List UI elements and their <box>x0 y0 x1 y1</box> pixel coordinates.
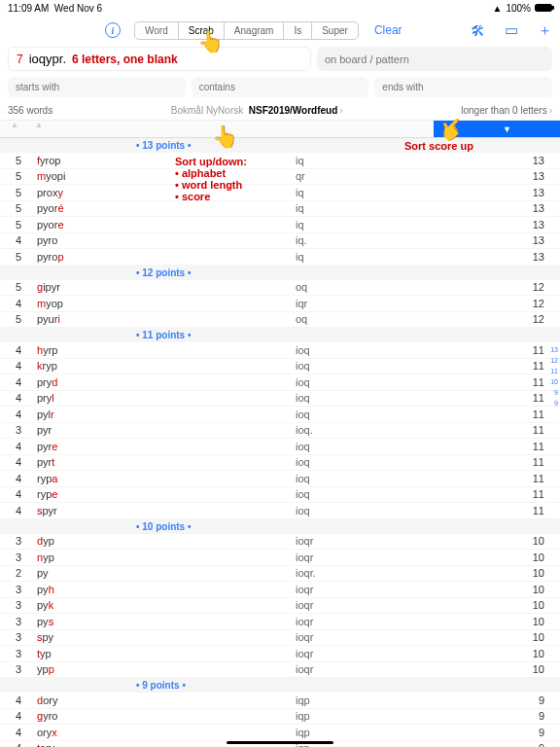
remaining-letters: ioq <box>292 409 492 420</box>
word-score: 9 <box>492 742 560 747</box>
sort-col-alpha[interactable]: ▲ <box>29 121 307 137</box>
word-length: 4 <box>0 298 29 309</box>
word-length: 3 <box>0 424 29 436</box>
lang-selector[interactable]: Bokmål NyNorsk <box>171 105 243 116</box>
result-row[interactable]: 4pylrioq11 <box>0 407 560 423</box>
result-row[interactable]: 5pyoreiq13 <box>0 217 560 233</box>
wifi-icon: ▲ <box>493 3 503 14</box>
result-row[interactable]: 5pyurioq12 <box>0 312 560 329</box>
rack-hint: 6 letters, one blank <box>72 53 178 66</box>
result-row[interactable]: 5gipyroq12 <box>0 280 560 297</box>
result-row[interactable]: 3pyhioqr10 <box>0 582 560 598</box>
side-index[interactable]: 1312111099 <box>550 344 558 409</box>
sort-header[interactable]: ▲ ▲ ▼ <box>0 121 560 138</box>
board-pattern-input[interactable] <box>317 47 552 71</box>
seg-anagram[interactable]: Anagram <box>225 22 285 39</box>
result-row[interactable]: 4pyroiq.13 <box>0 233 560 250</box>
word-text: hyrp <box>29 344 292 356</box>
word-length: 3 <box>0 631 29 643</box>
word-text: myopi <box>29 170 292 182</box>
result-row[interactable]: 4hyrpioq11 <box>0 342 560 359</box>
remaining-letters: ioq <box>292 505 492 516</box>
remaining-letters: ioq. <box>292 424 492 436</box>
result-row[interactable]: 3pykioqr10 <box>0 598 560 615</box>
word-score: 11 <box>492 441 560 452</box>
contains-input[interactable] <box>192 77 369 97</box>
ends-with-input[interactable] <box>374 77 552 97</box>
word-text: pyre <box>29 441 292 452</box>
word-length: 4 <box>0 344 29 356</box>
result-row[interactable]: 4myopiqr12 <box>0 296 560 312</box>
result-row[interactable]: 3spyioqr10 <box>0 630 560 647</box>
result-row[interactable]: 2pyioqr.10 <box>0 566 560 583</box>
word-length: 3 <box>0 663 29 675</box>
info-icon[interactable]: i <box>105 22 121 38</box>
battery-icon <box>535 4 552 12</box>
word-score: 11 <box>492 409 560 420</box>
word-text: pryd <box>29 376 292 388</box>
word-length: 3 <box>0 648 29 659</box>
result-row[interactable]: 4spyrioq11 <box>0 503 560 519</box>
result-row[interactable]: 4oryxiqp9 <box>0 725 560 741</box>
result-row[interactable]: 5pyropiq13 <box>0 249 560 266</box>
word-text: proxy <box>29 187 292 198</box>
word-score: 9 <box>492 694 560 706</box>
triangle-down-icon: ▼ <box>503 124 511 134</box>
starts-with-input[interactable] <box>8 77 186 97</box>
result-row[interactable]: 5myopiqr13 <box>0 169 560 186</box>
result-row[interactable]: 3nypioqr10 <box>0 550 560 566</box>
result-row[interactable]: 3pyrioq.11 <box>0 423 560 440</box>
result-row[interactable]: 4doryiqp9 <box>0 693 560 709</box>
seg-is[interactable]: Is <box>284 22 312 39</box>
seg-scrab[interactable]: Scrab <box>179 22 225 39</box>
result-row[interactable]: 5fyropiq13 <box>0 153 560 169</box>
result-row[interactable]: 4prydioq11 <box>0 374 560 391</box>
status-time: 11:09 AM <box>8 3 49 14</box>
book-icon[interactable]: ▭ <box>505 21 518 39</box>
length-filter[interactable]: longer than 0 letters <box>461 105 546 116</box>
result-row[interactable]: 4prylioq11 <box>0 391 560 408</box>
result-row[interactable]: 5pyoréiq13 <box>0 201 560 218</box>
word-score: 11 <box>492 488 560 500</box>
word-score: 11 <box>492 473 560 484</box>
wrench-icon[interactable]: 🛠 <box>471 22 485 39</box>
remaining-letters: qr <box>292 170 492 182</box>
chevron-right-icon: › <box>339 105 342 116</box>
result-row[interactable]: 4gyroiqp9 <box>0 709 560 726</box>
sort-col-score[interactable]: ▼ <box>434 121 560 137</box>
rack-input[interactable]: 7 ioqypr. 6 letters, one blank <box>8 47 311 71</box>
remaining-letters: ioq <box>292 360 492 372</box>
word-length: 4 <box>0 488 29 500</box>
mode-segmented[interactable]: WordScrabAnagramIsSuper <box>134 21 359 40</box>
chevron-right-icon: › <box>549 105 552 116</box>
clear-button[interactable]: Clear <box>374 23 402 37</box>
word-text: pyr <box>29 424 292 436</box>
result-row[interactable]: 4rypeioq11 <box>0 487 560 504</box>
remaining-letters: oq <box>292 281 492 293</box>
result-row[interactable]: 5proxyiq13 <box>0 185 560 201</box>
result-row[interactable]: 3dypioqr10 <box>0 534 560 551</box>
word-length: 4 <box>0 392 29 404</box>
word-text: rype <box>29 488 292 500</box>
result-row[interactable]: 4krypioq11 <box>0 359 560 375</box>
dict-selector[interactable]: NSF2019/Wordfeud <box>249 105 338 116</box>
remaining-letters: iqp <box>292 710 492 722</box>
result-row[interactable]: 3typioqr10 <box>0 646 560 662</box>
result-row[interactable]: 4pyreioq11 <box>0 439 560 455</box>
points-header: • 13 points • <box>0 138 560 153</box>
result-row[interactable]: 3pysioqr10 <box>0 614 560 630</box>
word-score: 13 <box>492 202 560 214</box>
word-length: 3 <box>0 551 29 563</box>
result-row[interactable]: 4rypaioq11 <box>0 471 560 487</box>
word-text: pys <box>29 616 292 627</box>
seg-word[interactable]: Word <box>135 22 179 39</box>
result-row[interactable]: 4pyrtioq11 <box>0 455 560 472</box>
word-text: spyr <box>29 505 292 516</box>
points-header: • 12 points • <box>0 266 560 280</box>
seg-super[interactable]: Super <box>312 22 358 39</box>
result-row[interactable]: 3yppioqr10 <box>0 662 560 679</box>
word-length: 5 <box>0 170 29 182</box>
plus-icon[interactable]: ＋ <box>538 21 552 40</box>
word-score: 10 <box>492 616 560 627</box>
sort-col-length[interactable]: ▲ <box>0 121 29 137</box>
